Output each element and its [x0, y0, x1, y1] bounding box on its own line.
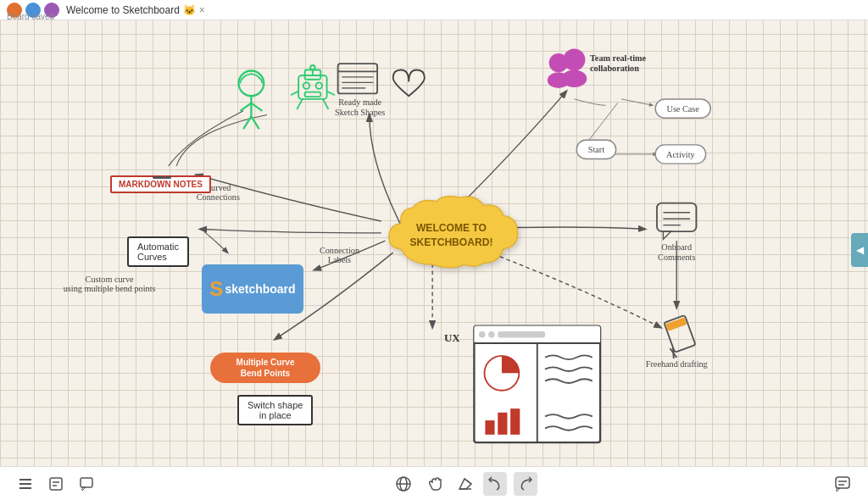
- heart-icon: [393, 70, 425, 97]
- arrow-tc-uc: [574, 99, 605, 105]
- svg-rect-17: [338, 64, 377, 93]
- svg-rect-45: [510, 408, 520, 435]
- svg-line-2: [240, 103, 251, 111]
- svg-line-4: [243, 116, 251, 129]
- arrow-start: [586, 103, 617, 144]
- svg-line-5: [251, 116, 259, 129]
- comment-icon-btn: [79, 476, 94, 492]
- freehand-drafting-text: Freehand drafting: [646, 359, 708, 369]
- ux-wireframe: [474, 326, 600, 443]
- side-panel-toggle[interactable]: ◀: [851, 233, 868, 267]
- ready-made-label: Ready made: [338, 97, 381, 107]
- toolbar-center: [392, 472, 537, 496]
- redo-button[interactable]: [514, 472, 537, 496]
- cloud-text2: SKETCHBOARD!: [409, 236, 492, 248]
- connection-labels-text2: Labels: [328, 255, 351, 264]
- svg-point-9: [310, 65, 315, 70]
- svg-line-13: [291, 92, 298, 96]
- curved-connections-text2: Connections: [197, 192, 240, 202]
- arrow-auto-sketch: [204, 231, 228, 253]
- sketchboard-text: sketchboard: [225, 282, 295, 296]
- arrow-auto-curves: [200, 229, 381, 233]
- sketchboard-logo-box: S sketchboard: [202, 264, 303, 314]
- svg-marker-27: [663, 231, 670, 239]
- list-icon: [18, 476, 33, 492]
- comment-button[interactable]: [75, 472, 98, 496]
- cat-emoji: 🐱: [183, 4, 196, 16]
- globe-button[interactable]: [392, 472, 415, 496]
- bottombar: [0, 466, 868, 500]
- use-case-label: Use Case: [667, 104, 700, 114]
- connection-labels-text: Connection: [320, 246, 359, 255]
- svg-rect-49: [50, 478, 62, 490]
- svg-rect-44: [498, 413, 507, 435]
- switch-shape-text: Switch shapein place: [248, 400, 303, 420]
- globe-icon: [395, 475, 412, 492]
- start-label: Start: [588, 145, 604, 154]
- arrow-use-case: [621, 99, 653, 105]
- switch-shape-box: Switch shapein place: [237, 395, 313, 425]
- custom-curve-text: Custom curve: [86, 275, 135, 284]
- undo-icon: [487, 475, 504, 492]
- comment-icon: [657, 203, 696, 240]
- toolbar-right: [831, 472, 854, 496]
- custom-curve-text2: using multiple bend points: [64, 284, 156, 293]
- team-collab-icon: [548, 48, 587, 87]
- svg-point-25: [562, 70, 587, 87]
- hand-button[interactable]: [422, 472, 446, 496]
- arrow-freehand: [480, 249, 661, 328]
- toolbar-left: [14, 472, 98, 496]
- svg-point-24: [563, 48, 585, 70]
- svg-point-38: [479, 331, 485, 337]
- activity-label: Activity: [666, 150, 695, 159]
- multiple-curve-text: Multiple CurveBend Points: [236, 357, 295, 379]
- arrow-ready-made: [370, 115, 401, 225]
- svg-line-15: [297, 99, 303, 109]
- svg-point-39: [488, 331, 494, 337]
- topbar: Welcome to Sketchboard 🐱 × Board saved: [0, 0, 868, 20]
- automatic-curves-text: AutomaticCurves: [137, 242, 179, 262]
- eraser-button[interactable]: [453, 472, 476, 496]
- central-cloud: WELCOME TO SKETCHBOARD!: [389, 197, 517, 268]
- svg-rect-12: [305, 92, 321, 97]
- chat-icon: [834, 475, 851, 492]
- undo-button[interactable]: [483, 472, 507, 496]
- ready-made-label2: Sketch Shapes: [335, 108, 385, 117]
- chat-button[interactable]: [831, 472, 854, 496]
- app-title: Welcome to Sketchboard: [66, 4, 180, 16]
- freehand-icon: [664, 315, 695, 358]
- list-button[interactable]: [14, 472, 37, 496]
- sticky-button[interactable]: [44, 472, 68, 496]
- hand-icon: [426, 475, 442, 492]
- close-icon[interactable]: ×: [199, 4, 205, 16]
- sticky-icon: [48, 476, 64, 492]
- redo-icon: [517, 475, 534, 492]
- team-collab-text: Team real-time: [590, 53, 647, 63]
- svg-point-10: [303, 82, 309, 88]
- robot-icon: [291, 65, 335, 109]
- svg-line-14: [327, 92, 335, 96]
- ux-label: UX: [444, 331, 460, 344]
- chevron-left-icon: ◀: [856, 244, 864, 256]
- browser-icon: [338, 64, 377, 93]
- markdown-notes-text: MARKDOWN NOTES: [119, 180, 203, 189]
- sketch-s-letter: S: [209, 277, 223, 301]
- svg-line-16: [323, 99, 329, 109]
- team-collab-text2: collaboration: [590, 64, 639, 73]
- svg-rect-43: [485, 420, 494, 435]
- svg-rect-40: [498, 331, 545, 337]
- svg-line-3: [251, 103, 262, 111]
- svg-rect-34: [666, 318, 687, 331]
- canvas: Ready made Sketch Shapes Team real-time …: [0, 20, 868, 466]
- svg-rect-26: [657, 203, 696, 231]
- cloud-text1: WELCOME TO: [416, 222, 487, 234]
- svg-rect-52: [81, 478, 92, 487]
- multiple-curve-ellipse: Multiple CurveBend Points: [210, 353, 320, 383]
- svg-rect-59: [836, 477, 849, 488]
- automatic-curves-box: AutomaticCurves: [127, 236, 189, 267]
- svg-line-58: [465, 479, 471, 484]
- eraser-icon: [456, 475, 473, 492]
- board-saved-label: Board saved: [7, 12, 54, 21]
- markdown-notes-line: [153, 176, 171, 179]
- arrow-team-collab: [456, 92, 566, 209]
